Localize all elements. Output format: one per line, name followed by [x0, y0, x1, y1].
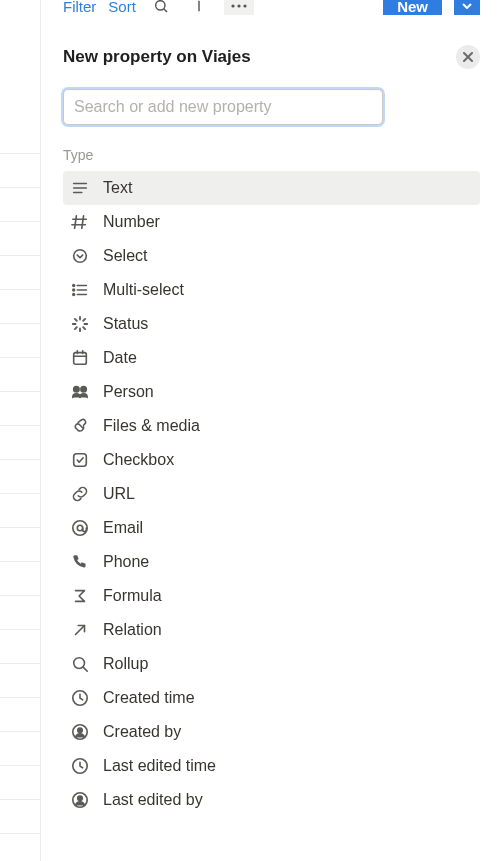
svg-line-1: [164, 9, 167, 12]
rollup-icon: [71, 655, 89, 673]
toolbar: Filter Sort New: [63, 0, 480, 15]
last-edited-by-icon: [71, 791, 89, 809]
search-icon-button[interactable]: [148, 0, 174, 15]
type-option-checkbox[interactable]: Checkbox: [63, 443, 480, 477]
svg-point-3: [231, 4, 234, 7]
type-option-label: Date: [103, 349, 137, 367]
type-option-label: Status: [103, 315, 148, 333]
type-option-label: Last edited by: [103, 791, 203, 809]
relation-icon: [71, 621, 89, 639]
dots-icon: [231, 4, 247, 8]
type-section-label: Type: [63, 147, 480, 163]
type-option-text[interactable]: Text: [63, 171, 480, 205]
created-time-icon: [71, 689, 89, 707]
type-option-person[interactable]: Person: [63, 375, 480, 409]
type-option-label: Person: [103, 383, 154, 401]
type-option-rollup[interactable]: Rollup: [63, 647, 480, 681]
filter-button[interactable]: Filter: [63, 0, 96, 15]
panel-title: New property on Viajes: [63, 47, 251, 67]
new-button-label: New: [397, 0, 428, 15]
checkbox-icon: [71, 451, 89, 469]
phone-icon: [71, 553, 89, 571]
type-option-select[interactable]: Select: [63, 239, 480, 273]
text-icon: [71, 179, 89, 197]
type-option-label: Relation: [103, 621, 162, 639]
sort-button[interactable]: Sort: [108, 0, 136, 15]
property-panel: Filter Sort New New property on Viajes T…: [41, 0, 500, 861]
type-option-created-time[interactable]: Created time: [63, 681, 480, 715]
type-option-status[interactable]: Status: [63, 307, 480, 341]
type-option-phone[interactable]: Phone: [63, 545, 480, 579]
type-option-label: Rollup: [103, 655, 148, 673]
files-icon: [71, 417, 89, 435]
search-input[interactable]: [63, 89, 383, 125]
type-option-date[interactable]: Date: [63, 341, 480, 375]
type-option-multi-select[interactable]: Multi-select: [63, 273, 480, 307]
url-icon: [71, 485, 89, 503]
svg-point-5: [243, 4, 246, 7]
new-button[interactable]: New: [383, 0, 442, 15]
panel-header: New property on Viajes: [63, 45, 480, 69]
person-icon: [71, 383, 89, 401]
type-option-label: Select: [103, 247, 147, 265]
type-option-formula[interactable]: Formula: [63, 579, 480, 613]
close-icon: [463, 52, 473, 62]
type-option-label: Multi-select: [103, 281, 184, 299]
email-icon: [71, 519, 89, 537]
status-icon: [71, 315, 89, 333]
search-icon: [153, 0, 169, 14]
type-option-label: Last edited time: [103, 757, 216, 775]
more-button[interactable]: [224, 0, 254, 15]
type-option-label: Number: [103, 213, 160, 231]
type-option-last-edited-time[interactable]: Last edited time: [63, 749, 480, 783]
type-option-label: Checkbox: [103, 451, 174, 469]
expand-icon: [192, 0, 206, 13]
svg-point-0: [156, 1, 165, 10]
last-edited-time-icon: [71, 757, 89, 775]
svg-point-4: [237, 4, 240, 7]
type-option-email[interactable]: Email: [63, 511, 480, 545]
type-option-label: Created time: [103, 689, 195, 707]
close-button[interactable]: [456, 45, 480, 69]
type-option-label: Created by: [103, 723, 181, 741]
select-icon: [71, 247, 89, 265]
type-option-number[interactable]: Number: [63, 205, 480, 239]
multi-select-icon: [71, 281, 89, 299]
type-option-url[interactable]: URL: [63, 477, 480, 511]
background-rows: [0, 120, 40, 834]
type-option-label: Email: [103, 519, 143, 537]
type-option-created-by[interactable]: Created by: [63, 715, 480, 749]
number-icon: [71, 213, 89, 231]
date-icon: [71, 349, 89, 367]
type-list: TextNumberSelectMulti-selectStatusDatePe…: [63, 171, 480, 817]
new-dropdown-button[interactable]: [454, 0, 480, 15]
type-option-last-edited-by[interactable]: Last edited by: [63, 783, 480, 817]
type-option-label: Text: [103, 179, 132, 197]
type-option-label: URL: [103, 485, 135, 503]
chevron-down-icon: [462, 3, 472, 9]
type-option-relation[interactable]: Relation: [63, 613, 480, 647]
expand-icon-button[interactable]: [186, 0, 212, 15]
created-by-icon: [71, 723, 89, 741]
type-option-label: Files & media: [103, 417, 200, 435]
formula-icon: [71, 587, 89, 605]
type-option-label: Phone: [103, 553, 149, 571]
type-option-files[interactable]: Files & media: [63, 409, 480, 443]
type-option-label: Formula: [103, 587, 162, 605]
